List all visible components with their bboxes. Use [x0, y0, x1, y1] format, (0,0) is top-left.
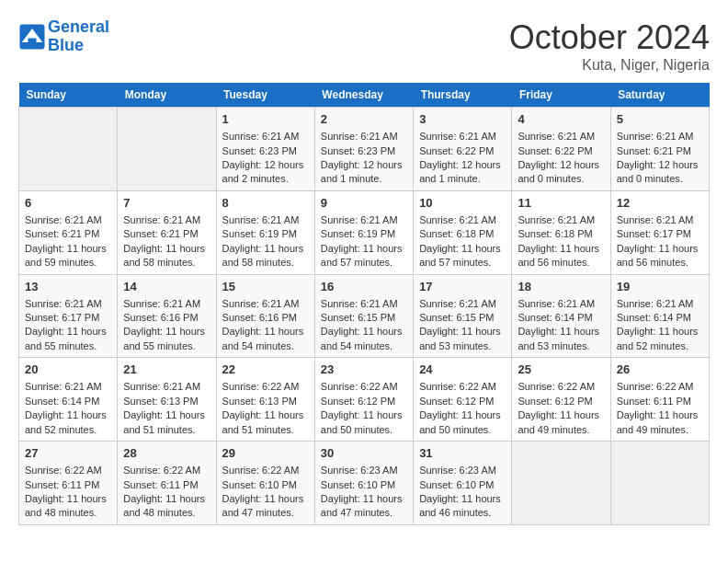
sunset-text: Sunset: 6:23 PM [222, 144, 309, 158]
svg-rect-2 [28, 38, 37, 45]
sunset-text: Sunset: 6:10 PM [419, 478, 506, 492]
header-cell-sunday: Sunday [19, 83, 118, 108]
daylight-text: Daylight: 11 hours and 55 minutes. [123, 325, 210, 353]
sunset-text: Sunset: 6:10 PM [222, 478, 309, 492]
sunrise-text: Sunrise: 6:21 AM [222, 213, 309, 227]
day-number: 2 [321, 111, 407, 128]
calendar-subtitle: Kuta, Niger, Nigeria [509, 57, 710, 74]
day-number: 28 [123, 445, 210, 462]
daylight-text: Daylight: 11 hours and 56 minutes. [617, 242, 703, 270]
daylight-text: Daylight: 11 hours and 52 minutes. [617, 325, 703, 353]
sunset-text: Sunset: 6:13 PM [222, 395, 309, 408]
day-cell [610, 442, 709, 525]
day-cell: 9Sunrise: 6:21 AMSunset: 6:19 PMDaylight… [314, 190, 413, 274]
daylight-text: Daylight: 11 hours and 54 minutes. [222, 325, 309, 353]
day-number: 17 [419, 279, 506, 295]
sunset-text: Sunset: 6:18 PM [419, 227, 506, 241]
sunrise-text: Sunrise: 6:21 AM [419, 297, 506, 311]
daylight-text: Daylight: 11 hours and 51 minutes. [123, 408, 210, 437]
day-number: 31 [419, 445, 506, 462]
sunrise-text: Sunrise: 6:21 AM [222, 130, 309, 144]
sunrise-text: Sunrise: 6:22 AM [123, 464, 210, 477]
sunset-text: Sunset: 6:11 PM [25, 478, 111, 492]
sunset-text: Sunset: 6:11 PM [123, 478, 210, 492]
daylight-text: Daylight: 11 hours and 55 minutes. [25, 325, 111, 353]
header-cell-saturday: Saturday [610, 83, 709, 108]
sunrise-text: Sunrise: 6:21 AM [617, 130, 703, 144]
day-cell: 4Sunrise: 6:21 AMSunset: 6:22 PMDaylight… [512, 108, 610, 191]
sunrise-text: Sunrise: 6:21 AM [123, 380, 210, 394]
sunset-text: Sunset: 6:10 PM [321, 478, 407, 492]
sunrise-text: Sunrise: 6:21 AM [518, 213, 604, 227]
daylight-text: Daylight: 12 hours and 2 minutes. [222, 158, 309, 187]
day-cell: 2Sunrise: 6:21 AMSunset: 6:23 PMDaylight… [314, 108, 413, 191]
logo-line2: Blue [48, 36, 84, 54]
daylight-text: Daylight: 11 hours and 48 minutes. [25, 492, 111, 521]
sunset-text: Sunset: 6:15 PM [321, 311, 407, 325]
week-row-5: 27Sunrise: 6:22 AMSunset: 6:11 PMDayligh… [19, 442, 710, 525]
sunrise-text: Sunrise: 6:21 AM [25, 213, 111, 227]
day-cell: 8Sunrise: 6:21 AMSunset: 6:19 PMDaylight… [216, 190, 314, 274]
day-cell: 23Sunrise: 6:22 AMSunset: 6:12 PMDayligh… [314, 358, 413, 442]
logo-icon [18, 23, 46, 51]
sunset-text: Sunset: 6:11 PM [617, 395, 703, 408]
sunset-text: Sunset: 6:12 PM [321, 395, 407, 408]
day-cell: 21Sunrise: 6:21 AMSunset: 6:13 PMDayligh… [118, 358, 216, 442]
day-number: 12 [617, 195, 703, 212]
day-number: 23 [321, 362, 407, 378]
daylight-text: Daylight: 11 hours and 52 minutes. [25, 408, 111, 437]
daylight-text: Daylight: 11 hours and 56 minutes. [518, 242, 604, 270]
sunset-text: Sunset: 6:19 PM [321, 227, 407, 241]
sunset-text: Sunset: 6:12 PM [518, 395, 604, 408]
day-number: 26 [617, 362, 703, 378]
daylight-text: Daylight: 12 hours and 1 minute. [321, 158, 407, 187]
daylight-text: Daylight: 11 hours and 59 minutes. [25, 242, 111, 270]
day-number: 9 [321, 195, 407, 212]
day-number: 11 [518, 195, 604, 212]
header-cell-wednesday: Wednesday [314, 83, 413, 108]
daylight-text: Daylight: 11 hours and 46 minutes. [419, 492, 506, 521]
sunrise-text: Sunrise: 6:23 AM [321, 464, 407, 477]
sunrise-text: Sunrise: 6:21 AM [25, 297, 111, 311]
page-header: General Blue October 2024 Kuta, Niger, N… [18, 18, 710, 74]
day-cell: 7Sunrise: 6:21 AMSunset: 6:21 PMDaylight… [118, 190, 216, 274]
day-cell: 22Sunrise: 6:22 AMSunset: 6:13 PMDayligh… [216, 358, 314, 442]
daylight-text: Daylight: 11 hours and 48 minutes. [123, 492, 210, 521]
sunrise-text: Sunrise: 6:21 AM [123, 297, 210, 311]
sunset-text: Sunset: 6:13 PM [123, 395, 210, 408]
sunrise-text: Sunrise: 6:21 AM [518, 130, 604, 144]
day-number: 30 [321, 445, 407, 462]
sunset-text: Sunset: 6:15 PM [419, 311, 506, 325]
day-cell: 18Sunrise: 6:21 AMSunset: 6:14 PMDayligh… [512, 274, 610, 358]
daylight-text: Daylight: 11 hours and 58 minutes. [222, 242, 309, 270]
week-row-1: 1Sunrise: 6:21 AMSunset: 6:23 PMDaylight… [19, 108, 710, 191]
daylight-text: Daylight: 11 hours and 54 minutes. [321, 325, 407, 353]
sunrise-text: Sunrise: 6:21 AM [321, 213, 407, 227]
day-number: 22 [222, 362, 309, 378]
day-number: 16 [321, 279, 407, 295]
sunrise-text: Sunrise: 6:22 AM [222, 464, 309, 477]
sunset-text: Sunset: 6:21 PM [617, 144, 703, 158]
calendar-header: SundayMondayTuesdayWednesdayThursdayFrid… [19, 83, 710, 108]
daylight-text: Daylight: 11 hours and 50 minutes. [419, 408, 506, 437]
day-number: 14 [123, 279, 210, 295]
day-number: 21 [123, 362, 210, 378]
calendar-table: SundayMondayTuesdayWednesdayThursdayFrid… [18, 83, 710, 525]
sunrise-text: Sunrise: 6:21 AM [222, 297, 309, 311]
day-cell [118, 108, 216, 191]
day-number: 7 [123, 195, 210, 212]
sunset-text: Sunset: 6:22 PM [419, 144, 506, 158]
day-cell: 6Sunrise: 6:21 AMSunset: 6:21 PMDaylight… [19, 190, 118, 274]
sunset-text: Sunset: 6:19 PM [222, 227, 309, 241]
sunset-text: Sunset: 6:22 PM [518, 144, 604, 158]
day-cell: 31Sunrise: 6:23 AMSunset: 6:10 PMDayligh… [414, 442, 512, 525]
sunrise-text: Sunrise: 6:21 AM [321, 297, 407, 311]
daylight-text: Daylight: 11 hours and 53 minutes. [518, 325, 604, 353]
day-cell: 27Sunrise: 6:22 AMSunset: 6:11 PMDayligh… [19, 442, 118, 525]
day-cell [19, 108, 118, 191]
sunrise-text: Sunrise: 6:21 AM [419, 213, 506, 227]
daylight-text: Daylight: 11 hours and 57 minutes. [419, 242, 506, 270]
day-number: 10 [419, 195, 506, 212]
header-cell-friday: Friday [512, 83, 610, 108]
sunrise-text: Sunrise: 6:21 AM [617, 297, 703, 311]
